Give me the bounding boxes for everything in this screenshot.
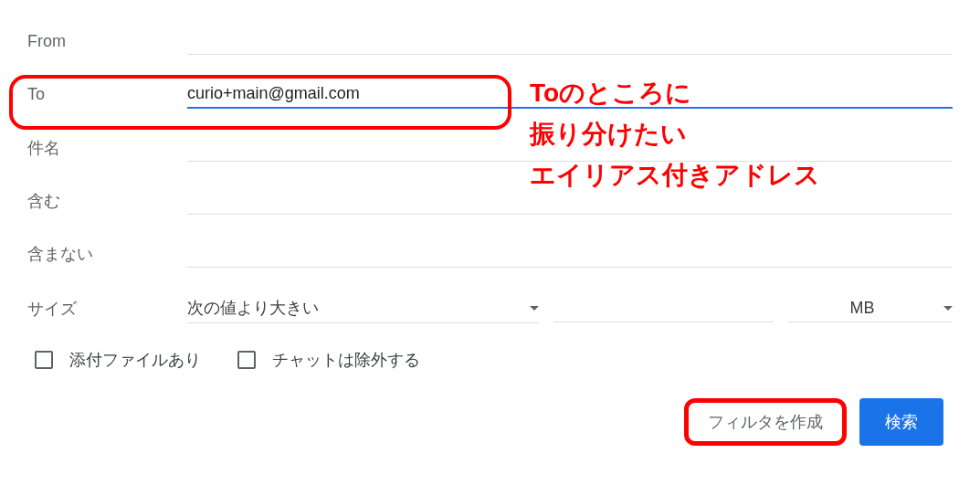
size-value-input[interactable] [553, 295, 774, 322]
create-filter-label: フィルタを作成 [708, 413, 823, 431]
checkbox-icon [237, 351, 256, 369]
subject-label: 件名 [27, 137, 187, 159]
excludes-input[interactable] [187, 240, 953, 268]
from-row: From [27, 27, 953, 55]
create-filter-button[interactable]: フィルタを作成 [690, 400, 841, 444]
to-label: To [27, 85, 187, 104]
checkbox-icon [35, 351, 53, 369]
annotation-line: エイリアス付きアドレス [530, 155, 820, 196]
annotation-line: Toのところに [530, 73, 820, 114]
button-row: フィルタを作成 検索 [27, 398, 953, 446]
exclude-chat-checkbox[interactable]: チャットは除外する [237, 349, 420, 371]
excludes-label: 含まない [27, 243, 187, 265]
size-row: サイズ 次の値より大きい MB [27, 293, 953, 323]
filter-form: From To 件名 含む 含まない サイズ 次の値より大きい MB 添付ファイ… [0, 0, 980, 464]
dropdown-arrow-icon [943, 306, 953, 311]
from-input[interactable] [187, 27, 953, 55]
checkbox-row: 添付ファイルあり チャットは除外する [27, 349, 953, 371]
size-compare-select[interactable]: 次の値より大きい [187, 293, 539, 323]
annotation-text: Toのところに 振り分けたい エイリアス付きアドレス [530, 73, 820, 195]
search-label: 検索 [885, 413, 918, 431]
has-attachment-checkbox[interactable]: 添付ファイルあり [35, 349, 201, 371]
includes-label: 含む [27, 190, 187, 212]
from-label: From [27, 32, 187, 51]
size-unit-select[interactable]: MB [788, 295, 953, 322]
has-attachment-label: 添付ファイルあり [69, 349, 201, 371]
excludes-row: 含まない [27, 240, 953, 268]
search-button[interactable]: 検索 [859, 398, 943, 446]
size-label: サイズ [27, 298, 187, 320]
exclude-chat-label: チャットは除外する [272, 349, 420, 371]
dropdown-arrow-icon [530, 306, 539, 311]
size-unit-text: MB [850, 299, 875, 318]
annotation-line: 振り分けたい [530, 114, 820, 155]
size-compare-text: 次の値より大きい [187, 297, 319, 319]
